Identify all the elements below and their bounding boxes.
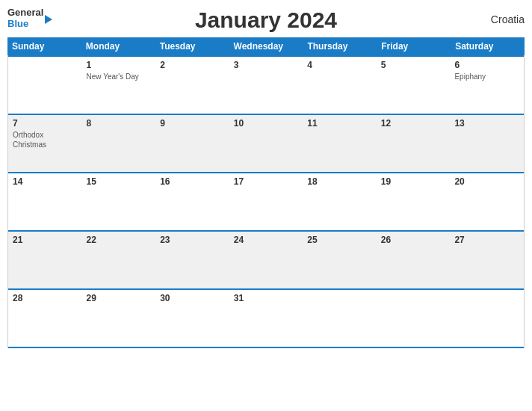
day-number: 9 — [160, 118, 225, 129]
day-cell: 25 — [303, 232, 377, 288]
day-cell: 8 — [82, 115, 156, 172]
day-number: 24 — [234, 235, 299, 245]
day-cell: 7Orthodox Christmas — [8, 115, 82, 172]
day-number: 30 — [160, 293, 225, 303]
day-header-tuesday: Tuesday — [155, 37, 229, 55]
day-cell: 2 — [155, 57, 229, 114]
day-cell: 23 — [155, 232, 229, 288]
day-header-saturday: Saturday — [451, 37, 525, 55]
day-number: 25 — [307, 235, 372, 245]
day-number: 18 — [307, 176, 372, 187]
day-cell: 5 — [377, 57, 451, 114]
day-cell: 16 — [155, 173, 229, 230]
day-number: 3 — [234, 60, 299, 70]
day-cell: 4 — [303, 57, 377, 114]
holiday-name: Orthodox Christmas — [13, 130, 78, 149]
day-number: 17 — [234, 176, 299, 187]
day-cell: 19 — [377, 173, 451, 230]
day-number: 16 — [160, 176, 225, 187]
day-cell: 17 — [229, 173, 303, 230]
day-cell: 3 — [229, 57, 303, 114]
day-header-sunday: Sunday — [7, 37, 81, 55]
day-cell — [303, 290, 377, 347]
logo-blue: Blue — [7, 19, 43, 30]
day-headers: Sunday Monday Tuesday Wednesday Thursday… — [7, 37, 525, 55]
day-cell: 14 — [8, 173, 82, 230]
day-cell: 22 — [82, 232, 156, 288]
day-cell: 27 — [450, 232, 524, 288]
day-number: 31 — [234, 293, 299, 303]
day-cell: 24 — [229, 232, 303, 288]
day-cell: 11 — [303, 115, 377, 172]
month-title: January 2024 — [195, 7, 337, 33]
day-cell: 12 — [377, 115, 451, 172]
day-number: 15 — [87, 176, 152, 187]
day-cell: 21 — [8, 232, 82, 288]
day-number: 4 — [307, 60, 372, 70]
country-label: Croatia — [491, 13, 525, 25]
day-cell: 10 — [229, 115, 303, 172]
logo-general: General — [7, 7, 43, 19]
day-cell: 31 — [229, 290, 303, 347]
day-cell: 29 — [82, 290, 156, 347]
day-number: 23 — [160, 235, 225, 245]
day-number: 13 — [454, 118, 519, 129]
holiday-name: Epiphany — [454, 72, 519, 81]
day-cell: 30 — [155, 290, 229, 347]
day-number: 12 — [381, 118, 446, 129]
day-number: 26 — [381, 235, 446, 245]
day-number: 8 — [87, 118, 152, 129]
day-cell: 28 — [8, 290, 82, 347]
day-cell: 6Epiphany — [450, 57, 524, 114]
day-cell: 9 — [155, 115, 229, 172]
day-number: 20 — [454, 176, 519, 187]
day-cell — [377, 290, 451, 347]
day-header-wednesday: Wednesday — [229, 37, 303, 55]
svg-marker-0 — [45, 15, 52, 24]
day-cell: 13 — [450, 115, 524, 172]
day-number: 22 — [87, 235, 152, 245]
day-number: 14 — [13, 176, 78, 187]
day-number: 11 — [307, 118, 372, 129]
holiday-name: New Year's Day — [87, 72, 152, 81]
day-number: 10 — [234, 118, 299, 129]
day-number: 21 — [13, 235, 78, 245]
day-number: 28 — [13, 293, 78, 303]
day-header-monday: Monday — [81, 37, 155, 55]
day-header-thursday: Thursday — [303, 37, 377, 55]
day-header-friday: Friday — [377, 37, 451, 55]
day-cell — [8, 57, 82, 114]
logo-triangle-icon — [45, 13, 52, 27]
day-number: 5 — [381, 60, 446, 70]
logo-text: General Blue — [7, 7, 43, 30]
day-number: 19 — [381, 176, 446, 187]
day-number: 7 — [13, 118, 78, 129]
day-cell: 18 — [303, 173, 377, 230]
day-number: 29 — [87, 293, 152, 303]
calendar-container: General Blue January 2024 Croatia Sunday… — [0, 0, 532, 411]
day-cell: 26 — [377, 232, 451, 288]
day-number: 2 — [160, 60, 225, 70]
day-cell: 1New Year's Day — [82, 57, 156, 114]
bottom-separator — [8, 347, 524, 348]
logo: General Blue — [7, 7, 52, 30]
day-cell: 15 — [82, 173, 156, 230]
day-number: 27 — [454, 235, 519, 245]
day-number: 1 — [87, 60, 152, 70]
day-cell: 20 — [450, 173, 524, 230]
day-number: 6 — [454, 60, 519, 70]
day-cell — [450, 290, 524, 347]
calendar-grid: 1New Year's Day23456Epiphany7Orthodox Ch… — [7, 55, 525, 348]
calendar-header: General Blue January 2024 Croatia — [7, 7, 525, 33]
